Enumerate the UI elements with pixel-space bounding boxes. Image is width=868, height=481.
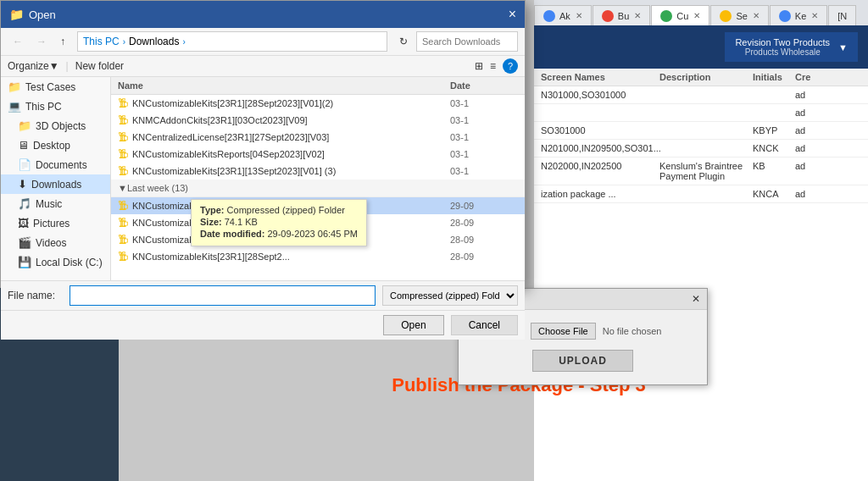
table-row[interactable]: N301000,SO301000 ad	[534, 86, 868, 104]
back-btn[interactable]: ←	[8, 33, 28, 50]
tab-ak[interactable]: Ak ✕	[534, 5, 592, 25]
right-header: Revision Two Products Products Wholesale…	[534, 25, 868, 69]
cell-screen-names: SO301000	[541, 125, 659, 135]
file-date: 03-1	[450, 115, 518, 125]
view-details-btn[interactable]: ⊞	[475, 60, 483, 72]
dialog-close-btn[interactable]: ×	[509, 7, 516, 22]
nav-item-videos[interactable]: 🎬 Videos	[1, 233, 110, 252]
help-btn[interactable]: ?	[503, 58, 518, 74]
right-panel: Revision Two Products Products Wholesale…	[534, 25, 868, 481]
up-btn[interactable]: ↑	[55, 33, 70, 50]
cell-initials: KNCA	[753, 189, 795, 199]
choose-file-btn[interactable]: Choose File	[531, 323, 596, 340]
list-item[interactable]: 🗜 KNMCAddonCkits[23R1][03Oct2023][V09] 0…	[111, 112, 525, 129]
tab-ke[interactable]: Ke ✕	[770, 5, 827, 25]
file-type-select[interactable]: Compressed (zipped) Folder	[382, 285, 518, 306]
cell-cre: ad	[795, 90, 861, 100]
titlebar-left: 📁 Open	[9, 8, 56, 21]
col-name-header: Name	[118, 80, 450, 91]
file-toolbar: ← → ↑ This PC › Downloads › ↻	[1, 28, 525, 56]
cell-cre: ad	[795, 143, 861, 153]
file-name: KNCustomizableKits[23R1][13Sept2023][V01…	[132, 166, 450, 176]
nav-label-3d-objects: 3D Objects	[36, 120, 86, 132]
new-folder-btn[interactable]: New folder	[75, 60, 124, 72]
tab-label-ak: Ak	[559, 11, 570, 21]
tab-n[interactable]: [N	[828, 5, 856, 25]
file-buttons-bar: Open Cancel	[1, 310, 525, 340]
zip-icon: 🗜	[118, 217, 128, 229]
nav-item-downloads[interactable]: ⬇ Downloads	[1, 174, 110, 194]
tab-se[interactable]: Se ✕	[710, 5, 768, 25]
col-header-cre: Cre	[795, 72, 861, 82]
refresh-btn[interactable]: ↻	[394, 33, 413, 50]
file-date: 03-1	[450, 149, 518, 159]
list-item[interactable]: 🗜 KNCustomizableKitsReports[04Sep2023][V…	[111, 146, 525, 163]
tab-label-ke: Ke	[795, 11, 806, 21]
tooltip-date-label: Date modified:	[200, 229, 264, 239]
nav-label-this-pc: This PC	[25, 101, 62, 113]
upload-dialog-close-btn[interactable]: ✕	[692, 293, 700, 305]
list-item[interactable]: 🗜 KNCustomizableKits[23R1][13Sept2023][V…	[111, 163, 525, 180]
tab-close-ak[interactable]: ✕	[576, 11, 582, 20]
zip-icon: 🗜	[118, 234, 128, 246]
table-row[interactable]: N202000,IN202500 Kenslum's Braintree Pay…	[534, 158, 868, 185]
nav-item-desktop[interactable]: 🖥 Desktop	[1, 135, 110, 155]
nav-item-this-pc[interactable]: 💻 This PC	[1, 97, 110, 116]
cell-screen-names: N301000,SO301000	[541, 90, 659, 100]
tab-label-bu: Bu	[618, 11, 629, 21]
revision-products-btn[interactable]: Revision Two Products Products Wholesale…	[725, 32, 858, 62]
tab-close-ke[interactable]: ✕	[811, 11, 818, 20]
upload-button[interactable]: UPLOAD	[532, 350, 633, 372]
tab-close-bu[interactable]: ✕	[634, 11, 641, 20]
cell-initials: KBYP	[753, 125, 795, 135]
nav-item-3d-objects[interactable]: 📁 3D Objects	[1, 116, 110, 135]
nav-label-local-disk: Local Disk (C:)	[36, 257, 103, 268]
nav-item-documents[interactable]: 📄 Documents	[1, 155, 110, 174]
nav-item-test-cases[interactable]: 📁 Test Cases	[1, 77, 110, 97]
table-row[interactable]: SO301000 KBYP ad	[534, 122, 868, 140]
header-btn-line1: Revision Two Products	[735, 37, 830, 47]
cell-initials: KB	[753, 161, 795, 181]
tab-close-se[interactable]: ✕	[753, 11, 760, 20]
nav-label-music: Music	[36, 198, 62, 210]
nav-item-local-disk[interactable]: 💾 Local Disk (C:)	[1, 252, 110, 272]
tab-bu[interactable]: Bu ✕	[593, 5, 650, 25]
cell-screen-names: ization package ...	[541, 189, 659, 199]
tab-label-cu: Cu	[676, 11, 688, 21]
open-button[interactable]: Open	[383, 315, 443, 335]
list-item[interactable]: 🗜 KNCustomizableKits[23R1][28Sept2... 28…	[111, 248, 525, 265]
tooltip-date: Date modified: 29-09-2023 06:45 PM	[200, 229, 358, 239]
zip-icon: 🗜	[118, 148, 128, 160]
organize-bar: Organize ▼ | New folder ⊞ ≡ ?	[1, 56, 525, 77]
view-list-btn[interactable]: ≡	[490, 60, 496, 72]
address-bar[interactable]: This PC › Downloads ›	[77, 31, 387, 52]
file-list-panel: Name Date 🗜 KNCustomizableKits[23R1][28S…	[111, 77, 525, 280]
tooltip-size: Size: 74.1 KB	[200, 217, 358, 227]
tab-icon-cu	[660, 10, 672, 22]
organize-btn[interactable]: Organize ▼	[8, 60, 59, 72]
file-nav-panel: 📁 Test Cases 💻 This PC 📁 3D Objects 🖥 De…	[1, 77, 111, 280]
table-row[interactable]: ad	[534, 104, 868, 122]
col-date-header: Date	[450, 80, 518, 91]
forward-btn[interactable]: →	[31, 33, 52, 50]
tab-icon-ak	[543, 10, 555, 22]
list-item[interactable]: 🗜 KNCustomizableKits[23R1][28Sept2023][V…	[111, 95, 525, 112]
cell-description	[659, 108, 753, 118]
file-date: 28-09	[450, 252, 518, 262]
nav-item-pictures[interactable]: 🖼 Pictures	[1, 213, 110, 233]
search-input[interactable]	[416, 31, 518, 52]
file-date: 28-09	[450, 218, 518, 228]
nav-item-music[interactable]: 🎵 Music	[1, 194, 110, 213]
file-date: 28-09	[450, 235, 518, 245]
col-header-description: Description	[659, 72, 753, 82]
cancel-button[interactable]: Cancel	[451, 315, 518, 335]
table-row[interactable]: ization package ... KNCA ad	[534, 185, 868, 203]
cell-description	[659, 125, 753, 135]
cell-description: Kenslum's Braintree Payment Plugin	[659, 161, 753, 181]
tab-label-n: [N	[837, 11, 847, 21]
tab-close-cu[interactable]: ✕	[693, 11, 700, 20]
file-name-input[interactable]	[70, 285, 376, 306]
list-item[interactable]: 🗜 KNCentralizedLicense[23R1][27Sept2023]…	[111, 129, 525, 146]
table-row[interactable]: N201000,IN209500,SO301... KNCK ad	[534, 140, 868, 158]
tab-cu[interactable]: Cu ✕	[651, 5, 709, 25]
